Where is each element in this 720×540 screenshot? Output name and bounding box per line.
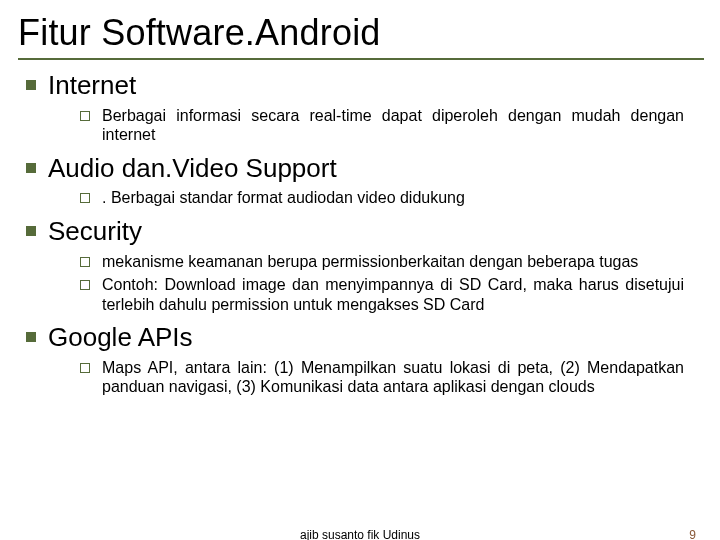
section-heading: Audio dan.Video Support bbox=[48, 153, 337, 185]
square-bullet-icon bbox=[26, 226, 36, 236]
square-bullet-icon bbox=[26, 163, 36, 173]
section-heading: Internet bbox=[48, 70, 136, 102]
section-heading: Google APIs bbox=[48, 322, 193, 354]
slide: Fitur Software.Android Internet Berbagai… bbox=[0, 0, 720, 540]
bullet-text: Berbagai informasi secara real-time dapa… bbox=[102, 106, 684, 145]
hollow-square-bullet-icon bbox=[80, 363, 90, 373]
slide-title: Fitur Software.Android bbox=[18, 12, 702, 54]
title-underline bbox=[18, 58, 704, 60]
hollow-square-bullet-icon bbox=[80, 111, 90, 121]
square-bullet-icon bbox=[26, 80, 36, 90]
section-heading: Security bbox=[48, 216, 142, 248]
page-number: 9 bbox=[689, 528, 696, 540]
bullet-text: mekanisme keamanan berupa permissionberk… bbox=[102, 252, 638, 272]
hollow-square-bullet-icon bbox=[80, 280, 90, 290]
bullet-text: Maps API, antara lain: (1) Menampilkan s… bbox=[102, 358, 684, 397]
list-item: Google APIs bbox=[18, 322, 702, 354]
hollow-square-bullet-icon bbox=[80, 257, 90, 267]
hollow-square-bullet-icon bbox=[80, 193, 90, 203]
footer-text: ajib susanto fik Udinus bbox=[0, 528, 720, 540]
list-item: Security bbox=[18, 216, 702, 248]
list-item: Audio dan.Video Support bbox=[18, 153, 702, 185]
list-item: Internet bbox=[18, 70, 702, 102]
bullet-text: . Berbagai standar format audiodan video… bbox=[102, 188, 465, 208]
list-item: Contoh: Download image dan menyimpannya … bbox=[80, 275, 702, 314]
list-item: mekanisme keamanan berupa permissionberk… bbox=[80, 252, 702, 272]
bullet-text: Contoh: Download image dan menyimpannya … bbox=[102, 275, 684, 314]
list-item: Maps API, antara lain: (1) Menampilkan s… bbox=[80, 358, 702, 397]
slide-content: Internet Berbagai informasi secara real-… bbox=[18, 70, 702, 397]
list-item: Berbagai informasi secara real-time dapa… bbox=[80, 106, 702, 145]
square-bullet-icon bbox=[26, 332, 36, 342]
list-item: . Berbagai standar format audiodan video… bbox=[80, 188, 702, 208]
